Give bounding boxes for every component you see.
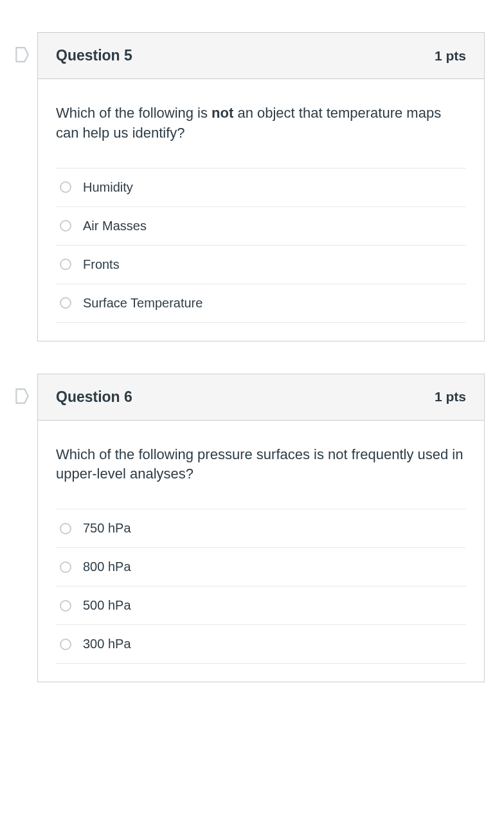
option-row[interactable]: 750 hPa <box>56 509 466 548</box>
question-header: Question 6 1 pts <box>38 374 484 421</box>
question-prompt: Which of the following pressure surfaces… <box>56 445 466 485</box>
option-row[interactable]: 500 hPa <box>56 586 466 625</box>
radio-icon[interactable] <box>60 639 71 650</box>
options-list: Humidity Air Masses Fronts Surface Tempe… <box>56 168 466 323</box>
bookmark-outline-icon <box>15 388 29 404</box>
question-points: 1 pts <box>435 389 466 404</box>
question-card: Question 6 1 pts Which of the following … <box>37 374 485 683</box>
bookmark-outline-icon <box>15 46 29 63</box>
option-label: 300 hPa <box>83 637 131 651</box>
question-header: Question 5 1 pts <box>38 33 484 79</box>
radio-icon[interactable] <box>60 600 71 612</box>
option-row[interactable]: Air Masses <box>56 207 466 246</box>
option-row[interactable]: Humidity <box>56 168 466 207</box>
radio-icon[interactable] <box>60 259 71 270</box>
question-title: Question 5 <box>56 47 132 64</box>
question-body: Which of the following pressure surfaces… <box>38 421 484 682</box>
prompt-bold: not <box>212 105 233 121</box>
option-row[interactable]: Fronts <box>56 246 466 284</box>
option-label: 800 hPa <box>83 559 131 574</box>
prompt-pre: Which of the following is <box>56 105 212 121</box>
option-label: 500 hPa <box>83 598 131 613</box>
option-label: Air Masses <box>83 219 147 233</box>
option-row[interactable]: 300 hPa <box>56 625 466 664</box>
question-5-wrapper: Question 5 1 pts Which of the following … <box>6 32 485 341</box>
question-points: 1 pts <box>435 48 466 64</box>
radio-icon[interactable] <box>60 523 71 534</box>
question-body: Which of the following is not an object … <box>38 79 484 341</box>
option-label: 750 hPa <box>83 521 131 536</box>
radio-icon[interactable] <box>60 297 71 309</box>
question-6-wrapper: Question 6 1 pts Which of the following … <box>6 374 485 683</box>
question-prompt: Which of the following is not an object … <box>56 104 466 143</box>
option-label: Surface Temperature <box>83 296 203 311</box>
prompt-pre: Which of the following pressure surfaces… <box>56 446 463 482</box>
radio-icon[interactable] <box>60 220 71 232</box>
option-row[interactable]: Surface Temperature <box>56 284 466 323</box>
options-list: 750 hPa 800 hPa 500 hPa 300 hPa <box>56 509 466 664</box>
option-row[interactable]: 800 hPa <box>56 548 466 586</box>
question-marker-icon <box>6 374 37 404</box>
radio-icon[interactable] <box>60 561 71 573</box>
option-label: Fronts <box>83 257 120 272</box>
question-card: Question 5 1 pts Which of the following … <box>37 32 485 341</box>
option-label: Humidity <box>83 180 133 195</box>
question-title: Question 6 <box>56 388 132 406</box>
question-marker-icon <box>6 32 37 63</box>
radio-icon[interactable] <box>60 181 71 193</box>
